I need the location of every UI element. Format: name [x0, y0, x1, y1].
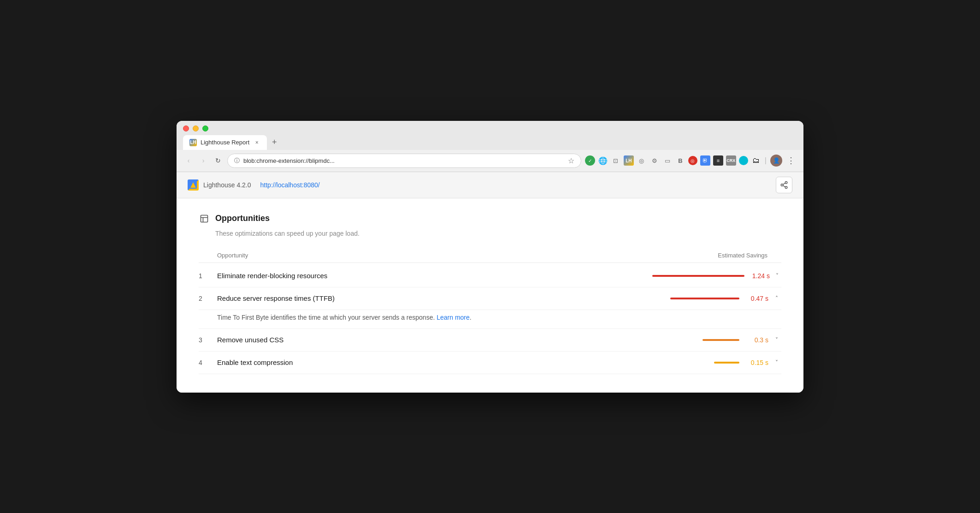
row-savings: 0.47 s ˄ — [652, 294, 781, 303]
url-bar[interactable]: ⓘ blob:chrome-extension://blipmdc... ☆ — [227, 154, 581, 168]
ext-bold-icon[interactable]: B — [675, 155, 685, 166]
savings-value: 1.24 s — [748, 272, 770, 280]
tab-title: Lighthouse Report — [201, 139, 249, 146]
close-traffic-light[interactable] — [183, 125, 189, 131]
svg-rect-7 — [201, 215, 208, 222]
detail-text: Time To First Byte identifies the time a… — [217, 314, 435, 321]
toolbar-separator: | — [765, 156, 767, 165]
savings-bar-container — [652, 362, 739, 364]
ext-shield-icon[interactable]: ⛨ — [700, 155, 710, 166]
tab-favicon: LH — [189, 139, 197, 146]
refresh-button[interactable]: ↻ — [213, 155, 224, 166]
row-savings: 0.15 s ˅ — [652, 358, 781, 367]
main-content: Opportunities These optimizations can sp… — [177, 198, 803, 393]
savings-value: 0.47 s — [743, 295, 768, 302]
traffic-lights — [183, 125, 797, 131]
savings-bar — [652, 275, 744, 277]
row-title: Reduce server response times (TTFB) — [217, 294, 652, 302]
table-row: 1 Eliminate render-blocking resources 1.… — [199, 265, 781, 287]
row-savings: 0.3 s ˅ — [652, 335, 781, 345]
expand-button[interactable]: ˅ — [773, 271, 781, 280]
expanded-detail: Time To First Byte identifies the time a… — [199, 310, 781, 329]
minimize-traffic-light[interactable] — [193, 125, 199, 131]
row-number: 4 — [199, 359, 217, 366]
savings-bar — [670, 298, 739, 299]
ext-screen-icon[interactable]: ▭ — [662, 155, 673, 166]
col-savings-header: Estimated Savings — [652, 252, 781, 259]
svg-point-3 — [781, 184, 783, 186]
active-tab[interactable]: LH Lighthouse Report × — [183, 135, 267, 150]
opportunities-section-icon — [199, 213, 210, 224]
lighthouse-logo — [188, 179, 199, 191]
detail-period2: . — [470, 314, 472, 321]
row-title: Remove unused CSS — [217, 336, 652, 344]
savings-bar — [703, 339, 739, 341]
url-text: blob:chrome-extension://blipmdc... — [243, 157, 564, 164]
svg-point-2 — [785, 181, 787, 184]
profile-avatar[interactable]: 👤 — [770, 155, 782, 167]
expand-button[interactable]: ˅ — [772, 358, 781, 367]
lighthouse-header: Lighthouse 4.2.0 http://localhost:8080/ — [177, 172, 803, 198]
maximize-traffic-light[interactable] — [202, 125, 208, 131]
ext-globe-icon[interactable]: 🌐 — [598, 155, 608, 166]
row-number: 2 — [199, 295, 217, 302]
ext-green-check-icon[interactable]: ✓ — [585, 155, 595, 166]
savings-bar-container — [652, 275, 744, 277]
tab-close-button[interactable]: × — [253, 139, 260, 146]
savings-bar-container — [652, 298, 739, 299]
row-number: 3 — [199, 336, 217, 344]
ext-wood-icon[interactable]: 🗂 — [751, 155, 761, 166]
share-button[interactable] — [776, 177, 792, 193]
savings-value: 0.3 s — [743, 336, 768, 344]
ext-list-icon[interactable]: ≡ — [713, 155, 723, 166]
extension-toolbar: ✓ 🌐 ⊡ LH ◎ ⚙ ▭ B ◎ ⛨ ≡ CRX 🗂 | 👤 ⋮ — [585, 155, 797, 167]
svg-line-6 — [783, 183, 785, 184]
bookmark-button[interactable]: ☆ — [568, 156, 574, 165]
new-tab-button[interactable]: + — [268, 136, 281, 149]
ext-cyan-icon[interactable] — [739, 156, 748, 165]
ext-box-icon[interactable]: ⊡ — [611, 155, 621, 166]
collapse-button[interactable]: ˄ — [772, 294, 781, 303]
address-bar: ‹ › ↻ ⓘ blob:chrome-extension://blipmdc.… — [177, 150, 803, 172]
ext-crx-icon[interactable]: CRX — [726, 155, 736, 166]
svg-line-5 — [783, 185, 785, 187]
savings-bar-container — [652, 339, 739, 341]
row-title: Eliminate render-blocking resources — [217, 272, 652, 280]
table-header: Opportunity Estimated Savings — [199, 248, 781, 263]
table-row: 2 Reduce server response times (TTFB) 0.… — [199, 287, 781, 310]
opportunities-description: These optimizations can speed up your pa… — [215, 230, 781, 237]
col-num-header — [199, 252, 217, 259]
forward-button[interactable]: › — [198, 155, 209, 166]
title-bar: LH Lighthouse Report × + — [177, 121, 803, 150]
ext-red-target-icon[interactable]: ◎ — [688, 156, 697, 165]
table-row: 3 Remove unused CSS 0.3 s ˅ — [199, 329, 781, 352]
opportunities-title: Opportunities — [215, 214, 270, 223]
table-row: 4 Enable text compression 0.15 s ˅ — [199, 352, 781, 374]
ext-circle-icon[interactable]: ◎ — [637, 155, 647, 166]
lh-branding: Lighthouse 4.2.0 http://localhost:8080/ — [188, 179, 320, 191]
more-options-button[interactable]: ⋮ — [785, 155, 797, 166]
row-number: 1 — [199, 272, 217, 280]
expand-button[interactable]: ˅ — [772, 335, 781, 345]
tabs-row: LH Lighthouse Report × + — [183, 135, 797, 150]
row-title: Enable text compression — [217, 358, 652, 366]
browser-window: LH Lighthouse Report × + ‹ › ↻ ⓘ blob:ch… — [177, 121, 803, 393]
url-security-icon: ⓘ — [234, 157, 240, 165]
lighthouse-version: Lighthouse 4.2.0 — [203, 181, 251, 189]
audited-url[interactable]: http://localhost:8080/ — [260, 181, 320, 189]
savings-value: 0.15 s — [743, 359, 768, 366]
ext-lighthouse-icon[interactable]: LH — [624, 155, 634, 166]
savings-bar — [714, 362, 739, 364]
ext-gear-icon[interactable]: ⚙ — [649, 155, 660, 166]
back-button[interactable]: ‹ — [183, 155, 194, 166]
opportunities-section-header: Opportunities — [199, 213, 781, 224]
row-savings: 1.24 s ˅ — [652, 271, 781, 280]
svg-point-4 — [785, 186, 787, 189]
learn-more-link[interactable]: Learn more — [437, 314, 470, 321]
col-opportunity-header: Opportunity — [217, 252, 652, 259]
